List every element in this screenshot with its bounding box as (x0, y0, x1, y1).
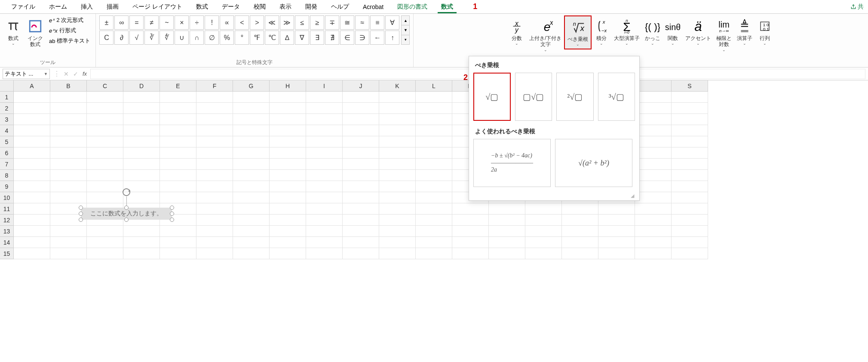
column-header[interactable]: A (14, 80, 50, 92)
cell[interactable] (635, 125, 672, 136)
cell[interactable] (416, 192, 452, 203)
cell[interactable] (233, 181, 270, 192)
cell[interactable] (343, 147, 379, 159)
cell[interactable] (306, 203, 343, 215)
ink-equation-button[interactable]: インク 数式 (25, 15, 46, 49)
column-header[interactable]: B (50, 80, 87, 92)
cell[interactable] (87, 181, 123, 192)
cell[interactable] (14, 103, 50, 114)
linear-format-button[interactable]: eˣx 行形式 (47, 26, 92, 35)
menu-equation[interactable]: 数式 (434, 1, 460, 12)
cell[interactable] (160, 170, 196, 181)
cell[interactable] (233, 170, 270, 181)
cell[interactable] (270, 92, 306, 103)
resize-handle[interactable] (124, 206, 129, 210)
symbol-cell[interactable]: ∩ (190, 31, 204, 45)
cell[interactable] (87, 125, 123, 136)
cell[interactable] (489, 215, 525, 226)
symbol-cell[interactable]: ≥ (310, 15, 324, 30)
professional-format-button[interactable]: eˣ 2 次元形式 (47, 15, 92, 25)
cell[interactable] (452, 215, 489, 226)
row-header[interactable]: 12 (0, 215, 14, 226)
cancel-icon[interactable]: ✕ (64, 71, 69, 77)
cell[interactable] (160, 103, 196, 114)
symbol-cell[interactable]: √ (129, 31, 144, 45)
cell[interactable] (489, 248, 525, 259)
cell[interactable] (672, 170, 708, 181)
cell[interactable] (87, 92, 123, 103)
cell[interactable] (562, 215, 598, 226)
cell[interactable] (87, 226, 123, 237)
symbol-cell[interactable]: ≤ (295, 15, 309, 30)
cell[interactable] (14, 114, 50, 125)
cell[interactable] (343, 92, 379, 103)
column-header[interactable]: K (379, 80, 416, 92)
cell[interactable] (635, 181, 672, 192)
cell[interactable] (196, 103, 233, 114)
cell[interactable] (672, 125, 708, 136)
cell[interactable] (270, 181, 306, 192)
cell[interactable] (672, 147, 708, 159)
cell[interactable] (416, 114, 452, 125)
cell[interactable] (306, 147, 343, 159)
column-header[interactable]: E (160, 80, 196, 92)
cell[interactable] (50, 192, 87, 203)
row-header[interactable]: 5 (0, 136, 14, 147)
resize-handle[interactable] (170, 218, 174, 222)
cell[interactable] (635, 159, 672, 170)
cell[interactable] (416, 248, 452, 259)
cell[interactable] (379, 192, 416, 203)
cell[interactable] (87, 237, 123, 248)
cell[interactable] (87, 136, 123, 147)
cell[interactable] (416, 103, 452, 114)
cell[interactable] (306, 248, 343, 259)
cell[interactable] (635, 237, 672, 248)
column-header[interactable]: J (343, 80, 379, 92)
cell[interactable] (50, 103, 87, 114)
radical-option-nth[interactable]: ▢√▢ (515, 73, 552, 121)
cell[interactable] (123, 248, 160, 259)
cell[interactable] (452, 203, 489, 215)
cell[interactable] (379, 103, 416, 114)
cell[interactable] (306, 226, 343, 237)
symbol-cell[interactable]: ∇ (295, 31, 309, 45)
cell[interactable] (343, 125, 379, 136)
radical-preset-pythagoras[interactable]: √(a² + b²) (555, 139, 632, 187)
column-header[interactable]: D (123, 80, 160, 92)
radical-option-cube[interactable]: ³√▢ (598, 73, 635, 121)
cell[interactable] (562, 203, 598, 215)
cell[interactable] (489, 203, 525, 215)
cell[interactable] (343, 248, 379, 259)
cell[interactable] (525, 203, 562, 215)
select-all-corner[interactable] (0, 80, 14, 92)
cell[interactable] (672, 159, 708, 170)
cell[interactable] (416, 215, 452, 226)
cell[interactable] (379, 181, 416, 192)
cell[interactable] (306, 103, 343, 114)
row-header[interactable]: 3 (0, 114, 14, 125)
cell[interactable] (233, 159, 270, 170)
cell[interactable] (123, 103, 160, 114)
cell[interactable] (635, 92, 672, 103)
cell[interactable] (416, 92, 452, 103)
cell[interactable] (379, 170, 416, 181)
cell[interactable] (14, 159, 50, 170)
menu-insert[interactable]: 挿入 (74, 1, 100, 12)
cell[interactable] (343, 226, 379, 237)
cell[interactable] (160, 125, 196, 136)
cell[interactable] (379, 92, 416, 103)
cell[interactable] (306, 92, 343, 103)
cell[interactable] (562, 237, 598, 248)
menu-help[interactable]: ヘルプ (324, 1, 356, 12)
cell[interactable] (416, 136, 452, 147)
cell[interactable] (160, 248, 196, 259)
cell[interactable] (270, 170, 306, 181)
menu-home[interactable]: ホーム (42, 1, 74, 12)
cell[interactable] (233, 226, 270, 237)
cell[interactable] (50, 226, 87, 237)
cell[interactable] (233, 237, 270, 248)
structure-radical-button[interactable]: nxべき乗根⌄ (564, 15, 592, 49)
cell[interactable] (452, 237, 489, 248)
menu-shape-format[interactable]: 図形の書式 (390, 1, 434, 12)
cell[interactable] (306, 159, 343, 170)
